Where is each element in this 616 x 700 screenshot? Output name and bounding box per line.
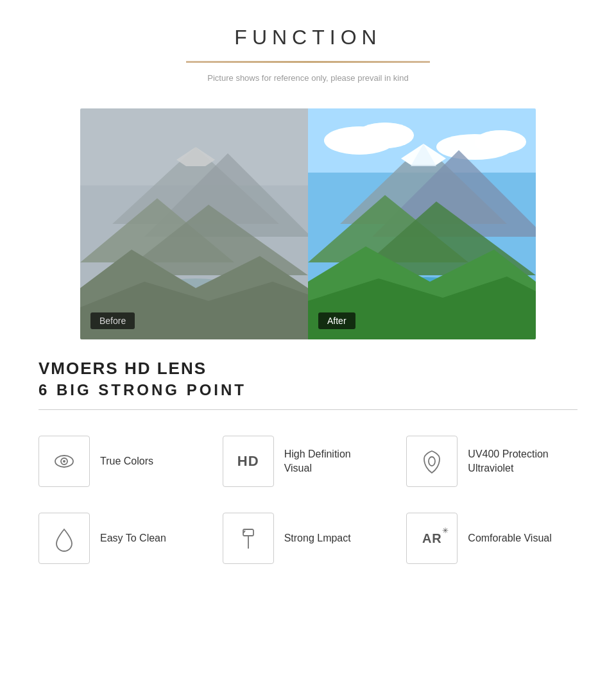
- uv400-icon-box: [406, 436, 458, 487]
- uv400-label: UV400 Protection Ultraviolet: [468, 447, 548, 476]
- hd-visual-label: High Definition Visual: [284, 447, 351, 476]
- feature-comfortable-visual: AR ✳ Comforable Visual: [406, 513, 578, 564]
- strong-impact-label: Strong Lmpact: [284, 531, 351, 545]
- before-label: Before: [90, 312, 135, 329]
- svg-rect-10: [80, 108, 308, 339]
- page-title: FUNCTION: [38, 26, 578, 49]
- true-colors-icon-box: [38, 436, 90, 487]
- easy-clean-label: Easy To Clean: [100, 531, 166, 545]
- comfortable-visual-label: Comforable Visual: [468, 531, 551, 545]
- hd-icon: HD: [237, 453, 259, 470]
- feature-easy-clean: Easy To Clean: [38, 513, 210, 564]
- svg-rect-30: [243, 529, 253, 536]
- section-divider: [38, 409, 578, 410]
- ar-icon-box: AR ✳: [406, 513, 458, 564]
- after-label: After: [318, 312, 355, 329]
- hd-icon-box: HD: [223, 436, 274, 487]
- comparison-image: Before: [80, 108, 536, 339]
- svg-point-29: [429, 457, 435, 466]
- svg-point-16: [475, 130, 526, 153]
- easy-clean-icon-box: [38, 513, 90, 564]
- feature-uv400: UV400 Protection Ultraviolet: [406, 436, 578, 487]
- title-underline: [186, 61, 430, 63]
- reference-text: Picture shows for reference only, please…: [38, 73, 578, 83]
- hd-lens-section: VMOERS HD LENS 6 BIG STRONG POINT: [38, 359, 578, 399]
- true-colors-label: True Colors: [100, 454, 153, 468]
- feature-strong-impact: Strong Lmpact: [223, 513, 394, 564]
- strong-point-title: 6 BIG STRONG POINT: [38, 381, 578, 399]
- before-image: Before: [80, 108, 308, 339]
- feature-hd-visual: HD High Definition Visual: [223, 436, 394, 487]
- drop-icon: [50, 524, 78, 552]
- eye-icon: [50, 447, 78, 475]
- after-image: After: [308, 108, 536, 339]
- svg-point-28: [63, 460, 65, 463]
- feature-true-colors: True Colors: [38, 436, 210, 487]
- ar-icon: AR ✳: [422, 531, 442, 546]
- strong-impact-icon-box: [223, 513, 274, 564]
- features-grid: True Colors HD High Definition Visual: [38, 436, 578, 564]
- shield-icon: [418, 447, 446, 475]
- brand-title: VMOERS HD LENS: [38, 359, 578, 379]
- svg-point-14: [356, 123, 414, 148]
- hammer-icon: [234, 524, 262, 552]
